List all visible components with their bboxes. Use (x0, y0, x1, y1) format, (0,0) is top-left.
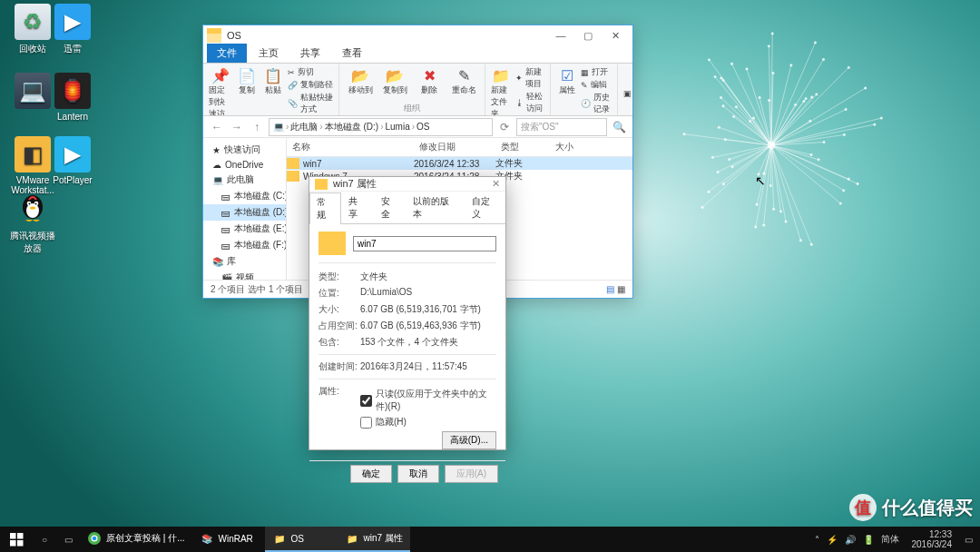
tab-general[interactable]: 常规 (309, 192, 341, 224)
volume-icon[interactable]: 🔊 (845, 535, 856, 545)
action-center-icon[interactable]: ▭ (965, 535, 973, 545)
view-icons-icon[interactable]: ▦ (617, 284, 625, 294)
close-button[interactable]: ✕ (602, 26, 629, 44)
delete-button[interactable]: ✖删除 (414, 66, 445, 96)
watermark: 值 什么值得买 (849, 494, 973, 521)
network-icon[interactable]: ⚡ (827, 535, 838, 545)
titlebar[interactable]: OS — ▢ ✕ (203, 25, 632, 45)
tab-view[interactable]: 查看 (332, 44, 372, 63)
folder-name-input[interactable] (353, 236, 496, 251)
svg-line-15 (723, 80, 771, 145)
minimize-button[interactable]: — (547, 26, 574, 44)
svg-point-70 (865, 87, 867, 89)
system-tray[interactable]: ˄ ⚡ 🔊 🔋 简体 12:33 2016/3/24 ▭ (808, 529, 981, 549)
taskbar-item-os[interactable]: 📁OS (265, 527, 338, 552)
desktop-icon-potplayer[interactable]: ▶PotPlayer (47, 136, 98, 185)
tab-home[interactable]: 主页 (249, 44, 289, 63)
copy-button[interactable]: 📄复制 (235, 66, 258, 116)
file-row[interactable]: win7 2016/3/24 12:33 文件夹 (287, 157, 632, 170)
taskbar-search[interactable]: ○ (36, 531, 53, 547)
breadcrumb[interactable]: 💻› 此电脑› 本地磁盘 (D:)› Lumia› OS (269, 118, 493, 136)
clock[interactable]: 12:33 2016/3/24 (906, 529, 958, 549)
ime-indicator[interactable]: 简体 (881, 533, 899, 546)
nav-up[interactable]: ↑ (249, 119, 265, 135)
open-button[interactable]: ▦ 打开 (581, 66, 612, 78)
close-button[interactable]: ✕ (492, 178, 500, 190)
tab-file[interactable]: 文件 (207, 44, 247, 63)
taskview-button[interactable]: ▭ (60, 531, 76, 547)
svg-point-34 (722, 182, 724, 184)
svg-point-98 (746, 68, 748, 70)
column-headers[interactable]: 名称 修改日期 类型 大小 (287, 138, 632, 157)
battery-icon[interactable]: 🔋 (863, 535, 874, 545)
nav-videos[interactable]: 🎬 视频 (203, 270, 286, 280)
apply-button[interactable]: 应用(A) (445, 465, 498, 483)
nav-disk-f[interactable]: 🖴 本地磁盘 (F:) (203, 237, 286, 253)
copyto-button[interactable]: 📂复制到 (379, 66, 410, 96)
hidden-checkbox[interactable]: 隐藏(H) (360, 416, 496, 429)
edit-button[interactable]: ✎ 编辑 (581, 79, 612, 91)
advanced-button[interactable]: 高级(D)... (442, 431, 496, 449)
taskbar-item-winrar[interactable]: 📚WinRAR (192, 527, 265, 552)
svg-line-81 (771, 134, 844, 145)
nav-libraries[interactable]: 📚 库 (203, 253, 286, 270)
svg-point-110 (768, 99, 769, 101)
svg-line-37 (719, 127, 771, 145)
maximize-button[interactable]: ▢ (574, 26, 602, 44)
pin-button[interactable]: 📌固定到快速访问 (209, 66, 231, 116)
tab-security[interactable]: 安全 (374, 192, 406, 223)
nav-disk-d[interactable]: 🖴 本地磁盘 (D:) (203, 204, 286, 221)
taskbar-item-chrome[interactable]: 原创文章投稿 | 什... (80, 527, 192, 552)
tab-customize[interactable]: 自定义 (465, 192, 505, 223)
nav-thispc[interactable]: 💻 此电脑 (203, 172, 286, 188)
potplayer-icon: ▶ (54, 136, 91, 172)
taskbar-item-props[interactable]: 📁win7 属性 (338, 527, 410, 552)
search-input[interactable]: 搜索"OS" (516, 118, 607, 136)
svg-line-11 (760, 98, 771, 145)
svg-line-95 (771, 60, 824, 145)
start-button[interactable] (0, 527, 33, 552)
nav-forward[interactable]: → (229, 119, 245, 135)
svg-point-82 (843, 133, 845, 135)
refresh-button[interactable]: ⟳ (496, 119, 513, 135)
nav-disk-e[interactable]: 🖴 本地磁盘 (E:) (203, 221, 286, 237)
ok-button[interactable]: 确定 (350, 465, 392, 483)
view-details-icon[interactable]: ▤ (606, 284, 614, 294)
tab-share[interactable]: 共享 (341, 192, 373, 223)
paste-shortcut-button[interactable]: 📎 粘贴快捷方式 (288, 92, 333, 115)
svg-point-26 (799, 240, 801, 242)
desktop-icon-qq[interactable]: 腾讯视频播放器 (7, 191, 58, 255)
tray-up-icon[interactable]: ˄ (815, 535, 819, 545)
nav-onedrive[interactable]: ☁ OneDrive (203, 158, 286, 172)
newfolder-icon: 📁 (492, 66, 510, 84)
paste-button[interactable]: 📋粘贴 (261, 66, 284, 116)
rename-button[interactable]: ✎重命名 (448, 66, 479, 96)
xunlei-icon: ▶ (54, 4, 91, 40)
desktop-icon-lantern[interactable]: 🏮Lantern (47, 73, 98, 122)
newitem-button[interactable]: ✦ 新建项目 (515, 66, 544, 90)
selectall-button[interactable]: ▣ 全部选择 (623, 70, 632, 116)
nav-pane: ★ 快速访问 ☁ OneDrive 💻 此电脑 🖴 本地磁盘 (C:) 🖴 本地… (203, 138, 287, 280)
nav-disk-c[interactable]: 🖴 本地磁盘 (C:) (203, 188, 286, 204)
readonly-checkbox[interactable]: 只读(仅应用于文件夹中的文件)(R) (360, 388, 496, 413)
cancel-button[interactable]: 取消 (397, 465, 439, 483)
tab-share[interactable]: 共享 (290, 44, 330, 63)
properties-button[interactable]: ☑属性 (556, 66, 577, 115)
easyaccess-button[interactable]: ⭳ 轻松访问 (515, 91, 544, 114)
tab-previous-versions[interactable]: 以前的版本 (406, 192, 465, 223)
moveto-button[interactable]: 📂移动到 (345, 66, 376, 96)
nav-quickaccess[interactable]: ★ 快速访问 (203, 142, 286, 158)
svg-line-71 (771, 145, 844, 191)
svg-line-111 (725, 140, 771, 145)
dialog-titlebar[interactable]: win7 属性 ✕ (309, 177, 505, 192)
dialog-title: win7 属性 (333, 177, 492, 191)
desktop-icon-xunlei[interactable]: ▶迅雷 (47, 4, 98, 55)
svg-point-14 (771, 33, 773, 34)
nav-back[interactable]: ← (209, 119, 225, 135)
history-button[interactable]: 🕘 历史记录 (581, 92, 612, 115)
cut-button[interactable]: ✂ 剪切 (288, 66, 333, 78)
label: 迅雷 (64, 44, 82, 54)
delete-icon: ✖ (420, 66, 438, 84)
copypath-button[interactable]: 🔗 复制路径 (288, 79, 333, 91)
newfolder-button[interactable]: 📁新建文件夹 (491, 66, 512, 116)
